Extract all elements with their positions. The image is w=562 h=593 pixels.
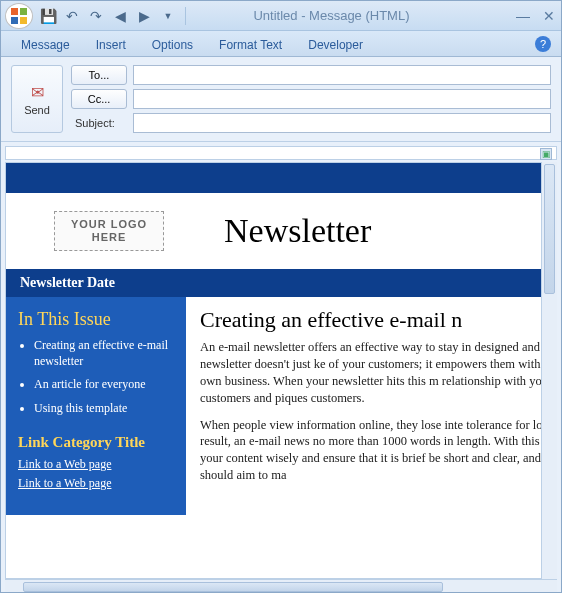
logo-text: YOUR LOGO HERE	[55, 218, 163, 244]
subject-field[interactable]	[133, 113, 551, 133]
svg-rect-1	[20, 8, 27, 15]
minimize-button[interactable]: —	[515, 8, 531, 24]
newsletter-title[interactable]: Newsletter	[224, 212, 371, 250]
ribbon: Message Insert Options Format Text Devel…	[1, 31, 561, 57]
cc-field[interactable]	[133, 89, 551, 109]
vertical-scroll-thumb[interactable]	[544, 164, 555, 294]
logo-placeholder[interactable]: YOUR LOGO HERE	[54, 211, 164, 251]
article-paragraph[interactable]: An e-mail newsletter offers an effective…	[200, 339, 557, 407]
tab-insert[interactable]: Insert	[94, 34, 128, 56]
tab-format-text[interactable]: Format Text	[217, 34, 284, 56]
issue-item[interactable]: Using this template	[34, 401, 174, 417]
ruler-toggle-icon[interactable]: ▣	[540, 148, 552, 160]
prev-icon[interactable]: ◀	[111, 7, 129, 25]
send-button[interactable]: ✉ Send	[11, 65, 63, 133]
body-area: ▣ YOUR LOGO HERE Newsletter Newsletter D…	[1, 142, 561, 593]
issue-item[interactable]: Creating an effective e-mail newsletter	[34, 338, 174, 369]
newsletter-sidebar: In This Issue Creating an effective e-ma…	[6, 297, 186, 515]
cc-button[interactable]: Cc...	[71, 89, 127, 109]
redo-icon[interactable]: ↷	[87, 7, 105, 25]
horizontal-scroll-thumb[interactable]	[23, 582, 443, 592]
subject-label: Subject:	[71, 117, 127, 129]
web-link[interactable]: Link to a Web page	[18, 457, 174, 472]
tab-developer[interactable]: Developer	[306, 34, 365, 56]
issue-item[interactable]: An article for everyone	[34, 377, 174, 393]
ruler: ▣	[5, 146, 557, 160]
envelope-icon: ✉	[31, 83, 44, 102]
newsletter-date-bar[interactable]: Newsletter Date	[6, 269, 557, 297]
send-label: Send	[24, 104, 50, 116]
newsletter-template: YOUR LOGO HERE Newsletter Newsletter Dat…	[6, 163, 557, 515]
window-controls: — ✕	[515, 8, 557, 24]
article-heading[interactable]: Creating an effective e-mail n	[200, 307, 557, 333]
help-icon[interactable]: ?	[535, 36, 551, 52]
to-button[interactable]: To...	[71, 65, 127, 85]
undo-icon[interactable]: ↶	[63, 7, 81, 25]
article-paragraph[interactable]: When people view information online, the…	[200, 417, 557, 485]
horizontal-scrollbar[interactable]	[5, 579, 557, 593]
svg-rect-0	[11, 8, 18, 15]
titlebar: 💾 ↶ ↷ ◀ ▶ ▼ Untitled - Message (HTML) — …	[1, 1, 561, 31]
vertical-scrollbar[interactable]	[541, 162, 557, 579]
to-field[interactable]	[133, 65, 551, 85]
save-icon[interactable]: 💾	[39, 7, 57, 25]
in-this-issue-heading[interactable]: In This Issue	[18, 309, 174, 330]
message-header: ✉ Send To... Cc... Subject:	[1, 57, 561, 142]
svg-rect-2	[11, 17, 18, 24]
svg-rect-3	[20, 17, 27, 24]
window-title: Untitled - Message (HTML)	[148, 8, 515, 23]
link-category-title[interactable]: Link Category Title	[18, 434, 174, 451]
newsletter-top-bar	[6, 163, 557, 193]
web-link[interactable]: Link to a Web page	[18, 476, 174, 491]
tab-options[interactable]: Options	[150, 34, 195, 56]
office-button[interactable]	[5, 3, 33, 29]
newsletter-main: Creating an effective e-mail n An e-mail…	[186, 297, 557, 515]
close-button[interactable]: ✕	[541, 8, 557, 24]
tab-message[interactable]: Message	[19, 34, 72, 56]
document-viewport[interactable]: YOUR LOGO HERE Newsletter Newsletter Dat…	[5, 162, 557, 579]
